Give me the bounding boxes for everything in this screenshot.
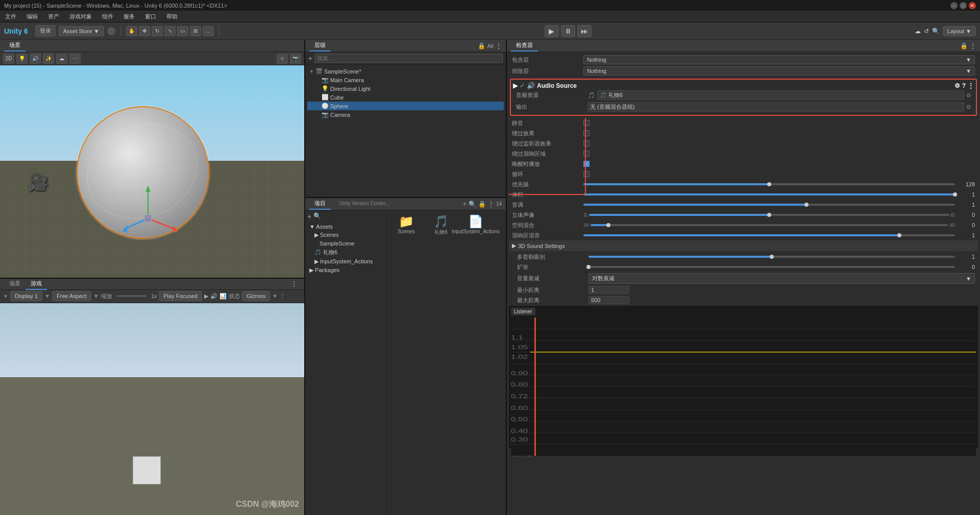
project-search-icon-2[interactable]: 🔍 (313, 212, 321, 220)
menu-component[interactable]: 组件 (99, 12, 116, 21)
rotate-tool[interactable]: ↻ (152, 26, 163, 36)
exclude-layer-dropdown[interactable]: Nothing ▼ (583, 66, 975, 76)
inspector-menu[interactable]: ⋮ (970, 42, 976, 50)
pause-button[interactable]: ⏸ (561, 25, 575, 37)
output-dot[interactable]: ⊙ (966, 104, 971, 110)
component-settings-icon[interactable]: ⚙ (954, 82, 960, 89)
hierarchy-menu[interactable]: ⋮ (496, 42, 502, 50)
bypass-listener-checkbox[interactable] (583, 140, 590, 146)
hand-tool[interactable]: ✋ (126, 26, 137, 36)
pitch-slider[interactable] (583, 204, 955, 206)
scene-tab[interactable]: 场景 (4, 40, 26, 52)
scene-gizmo-btn[interactable]: ⊹ (277, 54, 288, 64)
menu-help[interactable]: 帮助 (163, 12, 181, 21)
play-mode-button[interactable]: Play Focused (159, 291, 202, 301)
play-on-awake-checkbox[interactable]: ✓ (583, 161, 590, 167)
scene-fx-btn[interactable]: ✨ (43, 54, 54, 64)
component-expand-icon[interactable]: ▶ (513, 82, 518, 89)
component-menu-icon[interactable]: ⋮ (968, 82, 974, 89)
version-control-tab[interactable]: Unity Version Contro... (334, 199, 395, 209)
settings-icon[interactable] (107, 27, 115, 35)
step-button[interactable]: ⏭ (577, 25, 592, 37)
search-icon[interactable]: 🔍 (932, 28, 940, 35)
aspect-button[interactable]: Free Aspect (52, 291, 91, 301)
display-button[interactable]: Display 1 (10, 291, 42, 301)
menu-edit[interactable]: 编辑 (23, 12, 41, 21)
play-button[interactable]: ▶ (545, 25, 559, 37)
file-item-inputsystem[interactable]: 📄 InputSystem_Actions (460, 214, 491, 236)
game-tab[interactable]: 游戏 (26, 278, 47, 290)
hierarchy-search-input[interactable] (314, 54, 503, 63)
asset-store-button[interactable]: Asset Store ▼ (59, 26, 104, 36)
min-distance-input[interactable] (589, 286, 629, 294)
move-tool[interactable]: ✥ (139, 26, 150, 36)
max-distance-input[interactable] (589, 296, 629, 304)
inspector-lock-icon[interactable]: 🔒 (960, 42, 968, 50)
layout-button[interactable]: Layout ▼ (943, 26, 976, 36)
sound-3d-header[interactable]: ▶ 3D Sound Settings (509, 240, 978, 251)
hierarchy-tab[interactable]: 层级 (309, 40, 331, 52)
menu-window[interactable]: 窗口 (142, 12, 159, 21)
component-enabled-checkbox[interactable]: ✓ (520, 82, 525, 89)
include-layer-dropdown[interactable]: Nothing ▼ (583, 55, 975, 64)
scene-light-btn[interactable]: 💡 (16, 54, 28, 64)
rect-tool[interactable]: ▭ (177, 26, 188, 36)
scene-more-btn[interactable]: ⋯ (69, 54, 81, 64)
project-add-btn[interactable]: + (463, 201, 467, 208)
scale-tool[interactable]: ⤡ (164, 26, 176, 36)
bypass-reverb-checkbox[interactable] (583, 151, 590, 157)
priority-slider[interactable] (583, 183, 955, 185)
transform-tool[interactable]: ⊞ (190, 26, 201, 36)
game-menu-icon[interactable]: ⋮ (280, 293, 285, 300)
hierarchy-lock-icon[interactable]: 🔒 (478, 42, 485, 50)
bypass-effects-checkbox[interactable] (583, 130, 590, 136)
component-help-icon[interactable]: ? (962, 82, 966, 89)
scene-sky-btn[interactable]: ☁ (56, 54, 67, 64)
hierarchy-item-maincamera[interactable]: 📷 Main Camera (307, 76, 504, 84)
volume-slider[interactable] (583, 193, 955, 195)
project-inputsystem[interactable]: ▶ InputSystem_Actions (307, 257, 384, 266)
menu-file[interactable]: 文件 (2, 12, 19, 21)
scene-tab-2[interactable]: 场景 (4, 278, 26, 290)
project-scenes[interactable]: ▶ Scenes (307, 231, 384, 239)
audio-clip-dot[interactable]: ⊙ (966, 92, 971, 99)
doppler-slider[interactable] (589, 256, 955, 258)
minimize-button[interactable]: – (950, 2, 958, 9)
spread-slider[interactable] (589, 266, 955, 268)
stereo-pan-slider[interactable] (589, 214, 949, 216)
maximize-button[interactable]: □ (960, 2, 967, 9)
spatial-blend-slider[interactable] (591, 224, 948, 226)
hierarchy-add-btn[interactable]: + (308, 54, 312, 62)
scene-camera-btn[interactable]: 📷 (290, 54, 301, 64)
scene-2d-btn[interactable]: 2D (3, 54, 14, 64)
more-tool[interactable]: … (203, 26, 214, 36)
game-tab-menu[interactable]: ⋮ (288, 280, 300, 287)
menu-assets[interactable]: 资产 (45, 12, 62, 21)
reverb-mix-slider[interactable] (583, 234, 955, 236)
scene-audio-btn[interactable]: 🔊 (30, 54, 41, 64)
hierarchy-item-samplescene[interactable]: ▼ 🎬 SampleScene* (307, 67, 504, 76)
project-menu[interactable]: ⋮ (488, 201, 494, 208)
gizmos-button[interactable]: Gizmos (242, 291, 270, 301)
login-button[interactable]: 登录 (35, 25, 56, 37)
menu-services[interactable]: 服务 (120, 12, 138, 21)
mute-checkbox[interactable] (583, 120, 590, 126)
hierarchy-item-camera[interactable]: 📷 Camera (307, 110, 504, 119)
project-search-icon[interactable]: 🔍 (469, 201, 476, 208)
project-assets[interactable]: ▼ Assets (307, 223, 384, 231)
scale-slider[interactable] (116, 295, 147, 297)
file-item-scenes[interactable]: 📁 Scenes (391, 214, 422, 236)
hierarchy-item-directionallight[interactable]: 💡 Directional Light (307, 84, 504, 93)
hierarchy-item-sphere[interactable]: ⚪ Sphere (307, 102, 504, 110)
rolloff-dropdown[interactable]: 对数衰减 ▼ (589, 273, 975, 284)
project-packages[interactable]: ▶ Packages (307, 266, 384, 275)
inspector-tab[interactable]: 检查器 (511, 40, 538, 52)
project-lock-icon[interactable]: 🔒 (478, 201, 486, 208)
project-audio[interactable]: 🎵 礼物6 (307, 248, 384, 257)
audio-clip-value[interactable]: 🎵 礼物6 (597, 90, 964, 100)
hierarchy-item-cube[interactable]: ⬜ Cube (307, 93, 504, 102)
project-tab[interactable]: 项目 (309, 198, 331, 210)
output-value[interactable]: 无 (音频混合器组) (587, 102, 964, 112)
project-add-icon[interactable]: + (307, 212, 311, 220)
loop-checkbox[interactable] (583, 171, 590, 177)
